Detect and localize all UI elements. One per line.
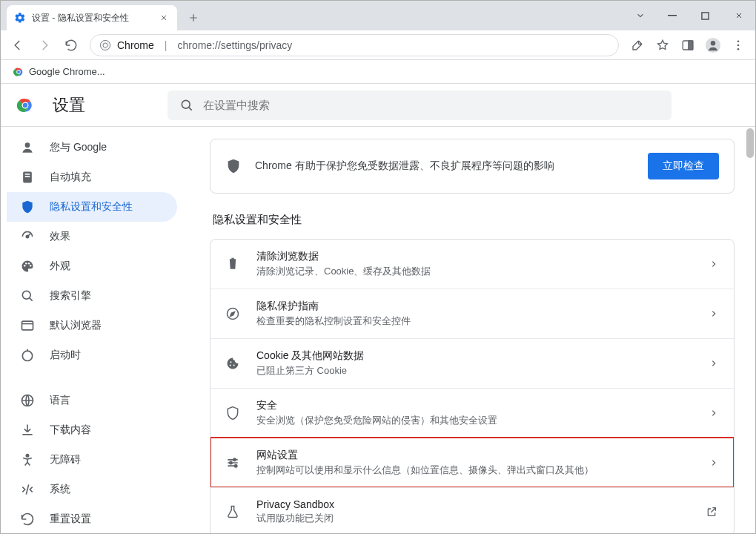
window-controls bbox=[626, 1, 755, 30]
sidebar-item-on-startup[interactable]: 启动时 bbox=[7, 340, 177, 370]
row-privacy-sandbox[interactable]: Privacy Sandbox试用版功能已关闭 bbox=[210, 487, 734, 533]
row-title: 隐私保护指南 bbox=[256, 300, 695, 313]
reload-button[interactable] bbox=[59, 33, 84, 58]
address-bar[interactable]: Chrome | chrome://settings/privacy bbox=[90, 34, 619, 56]
sidebar-item-performance[interactable]: 效果 bbox=[7, 222, 177, 251]
svg-point-37 bbox=[230, 461, 232, 464]
row-security[interactable]: 安全安全浏览（保护您免受危险网站的侵害）和其他安全设置 bbox=[210, 388, 734, 438]
cookie-icon bbox=[224, 356, 242, 371]
svg-rect-20 bbox=[25, 174, 30, 175]
sidebar-item-privacy[interactable]: 隐私设置和安全性 bbox=[7, 192, 177, 222]
bookmark-label: Google Chrome... bbox=[29, 66, 105, 77]
row-subtitle: 检查重要的隐私控制设置和安全控件 bbox=[256, 314, 695, 328]
sidebar-item-label: 效果 bbox=[50, 230, 70, 243]
scrollbar-thumb[interactable] bbox=[746, 128, 754, 158]
svg-point-29 bbox=[22, 351, 32, 360]
svg-point-33 bbox=[231, 361, 232, 363]
row-subtitle: 安全浏览（保护您免受危险网站的侵害）和其他安全设置 bbox=[256, 414, 695, 427]
sidebar-item-label: 启动时 bbox=[50, 349, 81, 362]
window-close-button[interactable] bbox=[722, 4, 755, 27]
row-title: Cookie 及其他网站数据 bbox=[256, 349, 695, 363]
sidebar-item-label: 语言 bbox=[50, 394, 70, 407]
banner-message: Chrome 有助于保护您免受数据泄露、不良扩展程序等问题的影响 bbox=[255, 159, 634, 173]
chevron-right-icon bbox=[710, 310, 717, 317]
chrome-icon bbox=[99, 39, 111, 51]
search-input[interactable] bbox=[203, 99, 660, 111]
safety-check-banner: Chrome 有助于保护您免受数据泄露、不良扩展程序等问题的影响 立即检查 bbox=[210, 139, 735, 194]
row-title: Privacy Sandbox bbox=[256, 498, 691, 510]
tab-strip: 设置 - 隐私设置和安全性 bbox=[1, 1, 204, 30]
close-icon[interactable] bbox=[158, 12, 170, 24]
svg-point-38 bbox=[235, 465, 237, 467]
svg-point-24 bbox=[25, 263, 27, 265]
svg-point-17 bbox=[182, 100, 190, 108]
new-tab-button[interactable] bbox=[183, 7, 204, 28]
bookmark-star-icon[interactable] bbox=[650, 33, 675, 58]
sidebar-item-reset[interactable]: 重置设置 bbox=[7, 504, 177, 533]
share-icon[interactable] bbox=[625, 33, 650, 58]
browser-toolbar: Chrome | chrome://settings/privacy bbox=[1, 30, 755, 60]
sidebar-item-search-engine[interactable]: 搜索引擎 bbox=[7, 281, 177, 311]
row-clear-browsing-data[interactable]: 清除浏览数据清除浏览记录、Cookie、缓存及其他数据 bbox=[210, 240, 734, 289]
row-cookies[interactable]: Cookie 及其他网站数据已阻止第三方 Cookie bbox=[210, 338, 734, 388]
chevron-down-icon[interactable] bbox=[626, 10, 655, 21]
svg-rect-5 bbox=[689, 41, 693, 50]
omnibox-url: chrome://settings/privacy bbox=[177, 39, 292, 51]
sidebar-item-system[interactable]: 系统 bbox=[7, 475, 177, 504]
row-site-settings[interactable]: 网站设置控制网站可以使用和显示什么信息（如位置信息、摄像头、弹出式窗口及其他） bbox=[210, 438, 734, 487]
svg-rect-0 bbox=[668, 15, 677, 16]
sidebar-item-accessibility[interactable]: 无障碍 bbox=[7, 445, 177, 475]
row-subtitle: 已阻止第三方 Cookie bbox=[256, 364, 695, 378]
sidebar-item-label: 搜索引擎 bbox=[50, 289, 91, 303]
bookmark-item[interactable]: Google Chrome... bbox=[8, 63, 110, 81]
svg-rect-21 bbox=[25, 176, 30, 177]
settings-content[interactable]: Chrome 有助于保护您免受数据泄露、不良扩展程序等问题的影响 立即检查 隐私… bbox=[189, 127, 755, 533]
svg-point-35 bbox=[233, 365, 235, 366]
sidebar-item-appearance[interactable]: 外观 bbox=[7, 251, 177, 281]
row-subtitle: 试用版功能已关闭 bbox=[256, 512, 691, 525]
settings-page: 设置 您与 Google 自动填充 bbox=[1, 84, 755, 533]
sidebar-item-downloads[interactable]: 下载内容 bbox=[7, 415, 177, 445]
sidebar-item-autofill[interactable]: 自动填充 bbox=[7, 162, 177, 192]
external-link-icon bbox=[706, 506, 717, 518]
shield-icon bbox=[225, 158, 242, 174]
svg-point-18 bbox=[25, 142, 30, 148]
omnibox-product: Chrome bbox=[117, 39, 154, 51]
settings-sidebar[interactable]: 您与 Google 自动填充 隐私设置和安全性 效果 外观 bbox=[1, 127, 189, 533]
browser-tab[interactable]: 设置 - 隐私设置和安全性 bbox=[7, 5, 177, 30]
forward-button[interactable] bbox=[32, 33, 57, 58]
tab-title: 设置 - 隐私设置和安全性 bbox=[32, 12, 152, 24]
page-title: 设置 bbox=[53, 94, 85, 116]
svg-point-27 bbox=[22, 291, 30, 299]
profile-icon[interactable] bbox=[700, 33, 726, 58]
row-privacy-guide[interactable]: 隐私保护指南检查重要的隐私控制设置和安全控件 bbox=[210, 289, 734, 338]
row-subtitle: 清除浏览记录、Cookie、缓存及其他数据 bbox=[256, 265, 695, 278]
settings-body: 您与 Google 自动填充 隐私设置和安全性 效果 外观 bbox=[1, 127, 755, 533]
svg-point-31 bbox=[26, 455, 28, 457]
chrome-logo-icon bbox=[13, 66, 24, 78]
bookmarks-bar: Google Chrome... bbox=[1, 60, 755, 84]
kebab-menu-icon[interactable] bbox=[726, 33, 751, 58]
sidebar-item-languages[interactable]: 语言 bbox=[7, 386, 177, 415]
sidebar-item-label: 外观 bbox=[50, 260, 70, 273]
minimize-button[interactable] bbox=[655, 4, 689, 27]
svg-point-36 bbox=[233, 458, 236, 461]
section-title: 隐私设置和安全性 bbox=[213, 213, 735, 227]
svg-point-10 bbox=[737, 47, 740, 50]
browser-window: 设置 - 隐私设置和安全性 Chrome | chro bbox=[0, 0, 756, 534]
back-button[interactable] bbox=[5, 33, 30, 58]
chevron-right-icon bbox=[710, 409, 717, 417]
safety-check-button[interactable]: 立即检查 bbox=[648, 153, 719, 179]
sidebar-item-default-browser[interactable]: 默认浏览器 bbox=[7, 311, 177, 340]
sidebar-item-label: 重置设置 bbox=[50, 512, 91, 526]
sidebar-item-you-and-google[interactable]: 您与 Google bbox=[7, 133, 177, 162]
sidebar-item-label: 自动填充 bbox=[50, 171, 91, 184]
sidebar-item-label: 下载内容 bbox=[50, 423, 91, 437]
maximize-button[interactable] bbox=[689, 4, 722, 27]
svg-point-3 bbox=[103, 43, 107, 47]
settings-search[interactable] bbox=[168, 90, 672, 120]
svg-point-7 bbox=[711, 41, 715, 45]
sidebar-item-label: 系统 bbox=[50, 483, 70, 496]
side-panel-icon[interactable] bbox=[675, 33, 700, 58]
titlebar: 设置 - 隐私设置和安全性 bbox=[1, 1, 755, 30]
